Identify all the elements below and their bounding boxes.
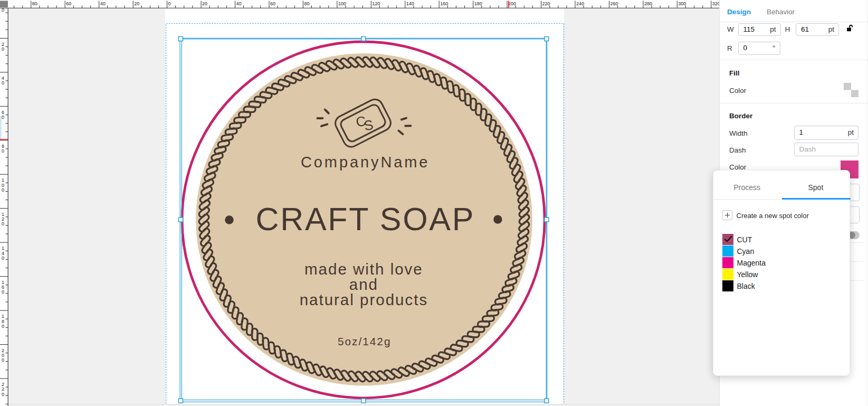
svg-text:140: 140 — [406, 1, 414, 6]
svg-text:0: 0 — [2, 357, 4, 363]
svg-text:20: 20 — [202, 1, 207, 6]
svg-text:40: 40 — [236, 1, 242, 6]
svg-text:0: 0 — [2, 80, 4, 86]
svg-text:0: 0 — [2, 221, 4, 226]
svg-text:320: 320 — [712, 1, 719, 6]
svg-text:20: 20 — [134, 1, 139, 6]
svg-text:natural products: natural products — [300, 291, 428, 308]
svg-text:80: 80 — [304, 1, 309, 6]
svg-text:180: 180 — [474, 1, 482, 6]
svg-text:CRAFT SOAP: CRAFT SOAP — [255, 201, 475, 237]
svg-text:220: 220 — [542, 1, 550, 6]
svg-text:0: 0 — [2, 115, 4, 120]
svg-text:CompanyName: CompanyName — [301, 154, 430, 171]
svg-text:0: 0 — [2, 148, 4, 154]
svg-text:300: 300 — [678, 1, 686, 6]
svg-text:40: 40 — [100, 1, 106, 6]
svg-text:120: 120 — [372, 1, 380, 6]
svg-text:60: 60 — [270, 1, 275, 6]
svg-text:0: 0 — [2, 187, 4, 193]
svg-text:60: 60 — [66, 1, 71, 6]
svg-text:0: 0 — [2, 289, 4, 295]
svg-text:80: 80 — [32, 1, 37, 6]
svg-text:160: 160 — [440, 1, 448, 6]
svg-text:100: 100 — [338, 1, 346, 6]
svg-text:0: 0 — [168, 1, 171, 6]
svg-text:0: 0 — [2, 324, 4, 329]
svg-text:0: 0 — [2, 256, 4, 261]
svg-text:240: 240 — [576, 1, 584, 6]
svg-text:0: 0 — [2, 7, 4, 13]
svg-text:5oz/142g: 5oz/142g — [338, 335, 392, 347]
svg-text:0: 0 — [2, 392, 4, 397]
svg-text:260: 260 — [611, 1, 618, 6]
svg-text:280: 280 — [644, 1, 652, 6]
svg-text:0: 0 — [2, 46, 4, 52]
svg-text:200: 200 — [508, 1, 516, 6]
